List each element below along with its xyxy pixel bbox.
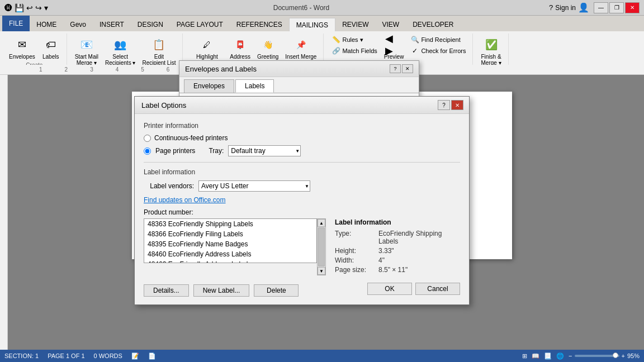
tab-page-layout[interactable]: PAGE LAYOUT [170,18,230,31]
label-options-dialog: Label Options ? ✕ Printer information Co… [134,96,470,305]
scroll-down-button[interactable]: ▼ [318,267,325,275]
customize-icon[interactable]: ▾ [44,3,48,12]
product-list[interactable]: 48363 EcoFriendly Shipping Labels 48366 … [144,218,317,263]
insert-merge-button[interactable]: 📌 Insert Merge [283,35,319,61]
rules-button[interactable]: 📏 Rules ▾ [329,35,379,45]
find-recipient-button[interactable]: 🔍 Find Recipient [408,35,468,45]
greeting-button[interactable]: 👋 Greeting [255,35,281,61]
greeting-label: Greeting [257,54,278,60]
find-updates-link[interactable]: Find updates on Office.com [144,196,460,204]
find-recipient-icon: 🔍 [410,35,419,44]
close-button[interactable]: ✕ [625,2,640,13]
zoom-track[interactable] [575,355,619,357]
tab-insert[interactable]: INSERT [93,18,131,31]
new-label-button[interactable]: New Label... [193,284,250,297]
sign-in-button[interactable]: Sign in [555,4,576,12]
minimize-button[interactable]: — [594,2,608,13]
delete-button[interactable]: Delete [254,284,299,297]
finish-merge-icon: ✅ [482,36,500,54]
tab-home[interactable]: HOME [30,18,63,31]
continuous-feed-row: Continuous-feed printers [144,134,460,142]
env-dialog-close-button[interactable]: ✕ [402,64,413,73]
address-button[interactable]: 📮 Address [228,35,253,61]
continuous-feed-radio[interactable] [144,135,151,142]
ok-button[interactable]: OK [367,283,412,295]
env-dialog-title-text: Envelopes and Labels [185,65,390,73]
page-info: PAGE 1 OF 1 [48,353,84,359]
highlight-merge-fields-icon: 🖊 [198,36,216,54]
product-list-scrollbar[interactable]: ▲ ▼ [317,218,326,275]
details-button[interactable]: Details... [144,284,189,297]
help-icon[interactable]: ? [549,3,553,12]
word-count: 0 WORDS [94,353,122,359]
label-info-page-size-val: 8.5" × 11" [378,266,408,274]
edit-recipient-list-button[interactable]: 📋 EditRecipient List [140,35,178,67]
tab-labels[interactable]: Labels [235,79,274,93]
label-info-width-val: 4" [378,256,385,264]
match-fields-button[interactable]: 🔗 Match Fields [329,46,379,56]
edit-recipient-list-label: EditRecipient List [142,54,176,66]
cancel-button[interactable]: Cancel [415,283,460,295]
zoom-in-button[interactable]: + [622,353,625,359]
vendor-row: Label vendors: Avery US Letter ▼ [144,180,460,192]
start-mail-merge-icon: 📧 [78,36,96,54]
tray-select[interactable]: Default tray [228,145,301,156]
vendor-select-wrapper: Avery US Letter ▼ [198,180,310,192]
layout-icon[interactable]: ⊞ [522,353,527,360]
scroll-thumb[interactable] [318,227,325,266]
envelopes-button[interactable]: ✉ Envelopes [7,35,37,61]
user-icon[interactable]: 👤 [578,2,589,13]
label-dialog-title-text: Label Options [141,101,438,109]
label-info-height-key: Height: [335,247,374,255]
proofing-icon[interactable]: 📝 [131,353,139,360]
tab-view[interactable]: VIEW [375,18,406,31]
zoom-thumb[interactable] [613,353,618,358]
tab-developer[interactable]: DEVELOPER [406,18,460,31]
label-section-label: Label information [144,168,460,176]
tab-design[interactable]: DESIGN [131,18,170,31]
undo-icon[interactable]: ↩ [26,3,33,12]
labels-button[interactable]: 🏷 Labels [40,35,62,61]
edit-recipient-list-icon: 📋 [150,36,168,54]
env-dialog-help-button[interactable]: ? [390,64,401,73]
tab-file[interactable]: FILE [2,16,30,31]
product-item-48366[interactable]: 48366 EcoFriendly Filing Labels [144,229,316,239]
print-layout-icon[interactable]: 📃 [544,353,552,360]
label-dialog-close-button[interactable]: ✕ [451,100,463,110]
label-dialog-help-button[interactable]: ? [438,100,450,110]
product-item-48460[interactable]: 48460 EcoFriendly Address Labels [144,249,316,259]
read-mode-icon[interactable]: 📖 [532,353,539,360]
tab-review[interactable]: REVIEW [335,18,375,31]
tab-mailings[interactable]: MAILINGS [289,18,335,31]
tab-gevo[interactable]: Gevo [63,18,93,31]
envelopes-label: Envelopes [9,54,35,60]
product-item-48395[interactable]: 48395 EcoFriendly Name Badges [144,239,316,249]
envelopes-icon: ✉ [13,36,31,54]
product-item-48462[interactable]: 48462 EcoFriendly Address Labels [144,259,316,263]
finish-merge-button[interactable]: ✅ Finish &Merge ▾ [479,35,503,67]
ribbon-tabs: FILE HOME Gevo INSERT DESIGN PAGE LAYOUT… [0,16,644,31]
product-item-48363[interactable]: 48363 EcoFriendly Shipping Labels [144,219,316,229]
title-bar: 🅦 💾 ↩ ↪ ▾ Document6 - Word ? Sign in 👤 —… [0,0,644,16]
vendor-select[interactable]: Avery US Letter [198,180,310,192]
vertical-ruler [0,75,8,350]
page-printers-radio[interactable] [144,147,151,155]
save-icon[interactable]: 💾 [15,3,24,12]
ok-cancel-buttons: OK Cancel [367,283,460,295]
label-info-height: Height: 3.33" [335,247,460,255]
check-errors-button[interactable]: ✓ Check for Errors [408,46,468,56]
zoom-controls: − + 95% [569,353,640,359]
zoom-out-button[interactable]: − [569,353,572,359]
select-recipients-button[interactable]: 👥 SelectRecipients ▾ [103,35,138,67]
tab-references[interactable]: REFERENCES [230,18,289,31]
redo-icon[interactable]: ↪ [35,3,42,12]
web-layout-icon[interactable]: 🌐 [556,353,564,360]
preview-button[interactable]: ◀ ▶ Preview [382,35,406,61]
product-list-wrapper: 48363 EcoFriendly Shipping Labels 48366 … [144,218,317,275]
start-mail-merge-button[interactable]: 📧 Start MailMerge ▾ [73,35,101,67]
rules-label: Rules ▾ [342,36,363,44]
tab-envelopes[interactable]: Envelopes [184,79,234,93]
restore-button[interactable]: ❐ [609,2,624,13]
scroll-up-button[interactable]: ▲ [318,219,325,227]
track-changes-icon[interactable]: 📄 [148,353,156,360]
